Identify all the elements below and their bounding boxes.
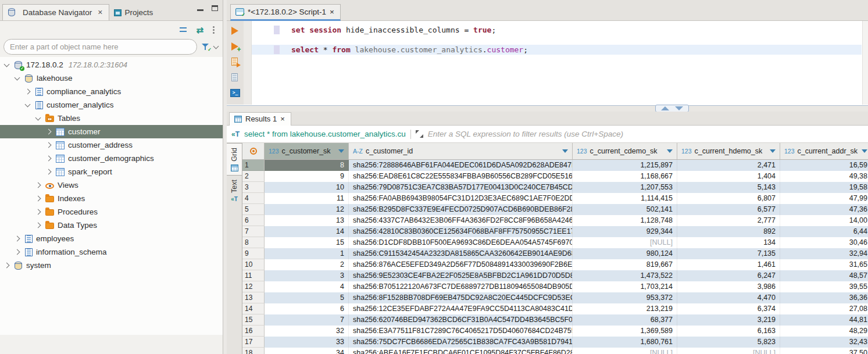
chevron-right-icon[interactable] (15, 236, 20, 242)
editor-results-sash[interactable] (227, 105, 868, 112)
minimize-icon[interactable] (197, 9, 203, 11)
row-header[interactable]: 2 (242, 171, 265, 182)
cell-c_current_addr_sk[interactable]: 19,58 (780, 182, 868, 193)
presentation-tab-text[interactable]: Text «T (227, 176, 242, 206)
tree-item-customer-analytics[interactable]: customer_analytics (0, 98, 223, 112)
cell-c_customer_sk[interactable]: 13 (265, 215, 349, 226)
column-header-c_current_cdemo_sk[interactable]: 123c_current_cdemo_sk (573, 143, 677, 159)
filter-input[interactable]: Enter a SQL expression to filter results… (428, 130, 623, 138)
row-header[interactable]: 13 (242, 292, 265, 303)
tree-item-compliance-analytics[interactable]: compliance_analytics (0, 85, 223, 98)
tree-item-indexes[interactable]: Indexes (0, 192, 223, 205)
column-menu-arrow-icon[interactable] (562, 149, 568, 153)
tree-item-data-types[interactable]: Data Types (0, 219, 223, 232)
cell-c_current_addr_sk[interactable]: 32,43 (780, 337, 868, 348)
presentation-tab-grid[interactable]: Grid (227, 143, 242, 176)
tree-item-system[interactable]: system (0, 259, 223, 272)
cell-c_current_hdemo_sk[interactable]: 3,986 (677, 281, 780, 292)
cell-c_current_cdemo_sk[interactable]: 68,377 (573, 314, 677, 326)
collapse-up-icon[interactable] (661, 106, 669, 110)
chevron-down-icon[interactable] (25, 101, 31, 107)
cell-c_customer_sk[interactable]: 7 (265, 314, 349, 326)
tab-script-1[interactable]: *<172.18.0.2> Script-1 × (230, 4, 341, 21)
cell-c_customer_id[interactable]: sha256:72888646ABF61FA044EDEC061D6DA5A09… (349, 160, 573, 171)
cell-c_current_hdemo_sk[interactable]: 6,577 (677, 204, 780, 215)
cell-c_current_addr_sk[interactable]: 39,55 (780, 281, 868, 292)
cell-c_current_hdemo_sk[interactable]: 7,135 (677, 248, 780, 259)
cell-c_customer_sk[interactable]: 8 (265, 160, 349, 171)
column-header-c_customer_id[interactable]: A-Zc_customer_id (349, 143, 573, 159)
cell-c_current_addr_sk[interactable]: 47,36 (780, 204, 868, 215)
cell-c_customer_id[interactable]: sha256:EAD8E61C8C22E555834FBBA9B60556CB2… (349, 171, 573, 182)
row-header[interactable]: 3 (242, 182, 265, 193)
collapse-down-icon[interactable] (675, 106, 683, 110)
column-header-c_current_addr_sk[interactable]: 123c_current_addr_sk (780, 143, 868, 159)
row-header[interactable]: 15 (242, 314, 265, 326)
cell-c_current_cdemo_sk[interactable]: 1,473,522 (573, 270, 677, 281)
cell-c_customer_sk[interactable]: 15 (265, 237, 349, 248)
row-header[interactable]: 9 (242, 248, 265, 259)
cell-c_customer_sk[interactable]: 33 (265, 337, 349, 348)
tree-item-tables[interactable]: Tables (0, 112, 223, 125)
tree-item-spark-report[interactable]: spark_report (0, 165, 223, 178)
cell-c_current_cdemo_sk[interactable]: 1,703,214 (573, 281, 677, 292)
chevron-down-icon[interactable] (213, 43, 219, 49)
cell-c_current_cdemo_sk[interactable]: 929,344 (573, 226, 677, 237)
cell-c_current_cdemo_sk[interactable]: [NULL] (573, 237, 677, 248)
cell-c_current_cdemo_sk[interactable]: 1,215,897 (573, 160, 677, 171)
cell-c_current_hdemo_sk[interactable]: 134 (677, 237, 780, 248)
execute-new-tab-icon[interactable]: + (231, 42, 240, 51)
row-header[interactable]: 11 (242, 270, 265, 281)
cell-c_customer_id[interactable]: sha256:ABEA16F7F1FCBDCA6F01CF1095D84F37C… (349, 348, 573, 354)
cell-c_current_cdemo_sk[interactable]: 1,680,761 (573, 337, 677, 348)
row-header[interactable]: 18 (242, 348, 265, 354)
cell-c_customer_id[interactable]: sha256:D1CDF8DBB10F500EA9693C86DE6DEAA05… (349, 237, 573, 248)
chevron-right-icon[interactable] (46, 142, 52, 148)
chevron-right-icon[interactable] (35, 209, 41, 215)
view-menu-icon[interactable] (213, 26, 215, 34)
cell-c_current_cdemo_sk[interactable]: 1,114,415 (573, 193, 677, 204)
cell-c_customer_sk[interactable]: 10 (265, 182, 349, 193)
tree-item-procedures[interactable]: Procedures (0, 205, 223, 219)
chevron-right-icon[interactable] (25, 89, 31, 95)
cell-c_customer_id[interactable]: sha256:4337C7AB6432E3B06FF4A3636FD2F8CC8… (349, 215, 573, 226)
cell-c_customer_id[interactable]: sha256:E3A77511F81C7289C76C4065217D5D406… (349, 326, 573, 337)
close-icon[interactable]: × (330, 8, 334, 16)
cell-c_current_addr_sk[interactable]: 30,46 (780, 237, 868, 248)
close-icon[interactable]: × (280, 115, 285, 123)
cell-c_customer_id[interactable]: sha256:B295D8FC337E9E4FECD0725D907ACD6B6… (349, 204, 573, 215)
cell-c_customer_sk[interactable]: 11 (265, 193, 349, 204)
column-header-c_customer_sk[interactable]: 123c_customer_sk (265, 143, 349, 159)
row-header[interactable]: 14 (242, 303, 265, 314)
cell-c_customer_id[interactable]: sha256:B705122120A673FC7DE6889727DB11809… (349, 281, 573, 292)
row-header[interactable]: 6 (242, 215, 265, 226)
row-header[interactable]: 8 (242, 237, 265, 248)
tree-item-customer[interactable]: customer (0, 125, 223, 138)
cell-c_current_hdemo_sk[interactable]: 1,404 (677, 171, 780, 182)
cell-c_current_hdemo_sk[interactable]: 2,471 (677, 160, 780, 171)
cell-c_current_cdemo_sk[interactable]: 213,219 (573, 303, 677, 314)
row-header[interactable]: 16 (242, 326, 265, 337)
cell-c_customer_sk[interactable]: 1 (265, 248, 349, 259)
chevron-down-icon[interactable] (15, 74, 20, 80)
chevron-right-icon[interactable] (46, 169, 52, 175)
cell-c_current_hdemo_sk[interactable]: 5,823 (677, 337, 780, 348)
cell-c_current_cdemo_sk[interactable]: 1,168,667 (573, 171, 677, 182)
close-icon[interactable]: × (98, 8, 102, 17)
cell-c_current_addr_sk[interactable]: 16,59 (780, 160, 868, 171)
cell-c_current_addr_sk[interactable]: 6,44 (780, 226, 868, 237)
chevron-down-icon[interactable] (4, 61, 10, 67)
chevron-right-icon[interactable] (15, 249, 20, 255)
code-line-2[interactable] (252, 35, 862, 45)
cell-c_customer_id[interactable]: sha256:FA0ABB6943B98054FC31D12D3E3AEC689… (349, 193, 573, 204)
cell-c_current_cdemo_sk[interactable]: 1,369,589 (573, 326, 677, 337)
cell-c_customer_id[interactable]: sha256:42810C83B0360CE125634F068BAF8FF75… (349, 226, 573, 237)
column-header-c_current_hdemo_sk[interactable]: 123c_current_hdemo_sk (677, 143, 780, 159)
cell-c_current_addr_sk[interactable]: 32,94 (780, 248, 868, 259)
cell-c_customer_sk[interactable]: 9 (265, 171, 349, 182)
editor-scrollbar[interactable] (862, 21, 868, 105)
cell-c_current_cdemo_sk[interactable]: 502,141 (573, 204, 677, 215)
expand-filter-icon[interactable] (416, 130, 423, 138)
column-menu-arrow-icon[interactable] (862, 149, 867, 153)
cell-c_current_cdemo_sk[interactable]: 980,124 (573, 248, 677, 259)
